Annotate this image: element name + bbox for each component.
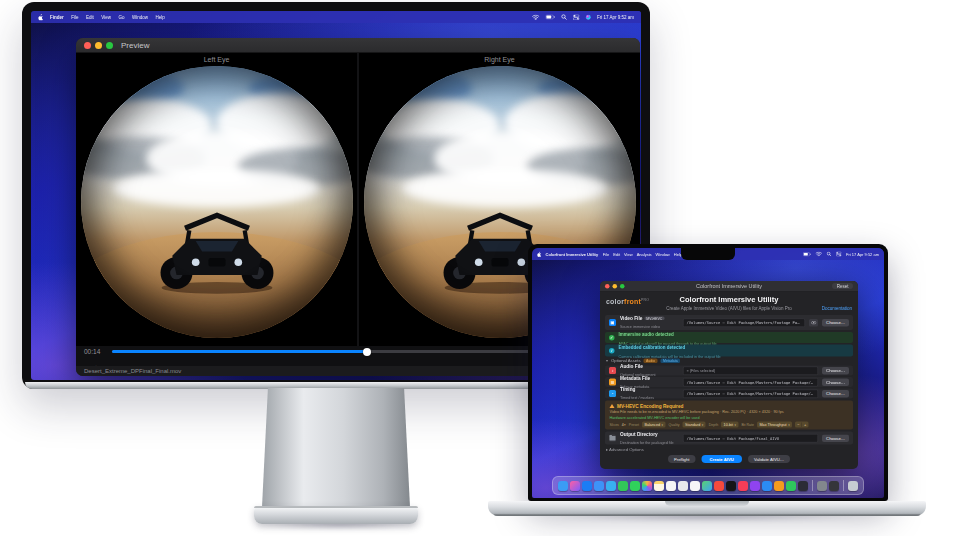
menu-window[interactable]: Window [656, 252, 670, 257]
preview-titlebar[interactable]: Preview [76, 38, 640, 53]
menu-go[interactable]: Go [118, 15, 124, 20]
dock-icon-reminders[interactable] [690, 481, 700, 491]
timing-file-row: ◔ Timing Timed text / markers /Volumes/S… [605, 389, 853, 399]
output-directory-row: Output Directory Destination for the pac… [605, 432, 853, 445]
menu-view[interactable]: View [101, 15, 111, 20]
output-sub: Destination for the packaged file [620, 440, 674, 445]
dock-icon-app-store[interactable] [582, 481, 592, 491]
progress-knob[interactable] [363, 348, 371, 356]
macbook-base [488, 501, 926, 516]
minimize-button[interactable] [95, 42, 102, 49]
timing-sub: Timed text / markers [620, 395, 654, 400]
dock-icon-safari[interactable] [606, 481, 616, 491]
battery-icon[interactable] [803, 252, 811, 257]
menu-file[interactable]: File [71, 15, 78, 20]
preview-eye-button[interactable] [809, 319, 818, 327]
preset-dropdown[interactable]: Balanced [642, 422, 666, 428]
encoding-panel: MV-HEVC Encoding Required Video File nee… [605, 401, 853, 430]
menu-view[interactable]: View [624, 252, 633, 257]
optional-metadata-badge: Metadata [660, 358, 680, 363]
metadata-choose-button[interactable]: Choose… [822, 378, 849, 386]
bitrate-stepper[interactable]: −+ [795, 422, 808, 428]
close-button[interactable] [84, 42, 91, 49]
dock-icon-contacts[interactable] [678, 481, 688, 491]
dock-icon-final-cut[interactable] [798, 481, 808, 491]
macbook-pro: Colorfront Immersive Utility File Edit V… [488, 244, 926, 528]
preflight-button[interactable]: Preflight [668, 455, 696, 463]
menu-window[interactable]: Window [132, 15, 148, 20]
warning-icon [610, 404, 615, 408]
dock-icon-trash[interactable] [848, 481, 858, 491]
apple-menu-icon[interactable] [537, 251, 542, 257]
dock-icon-pages[interactable] [774, 481, 784, 491]
menubar-clock[interactable]: Fri 17 Apr 9:52 am [846, 252, 879, 257]
dock-icon-maps[interactable] [702, 481, 712, 491]
zoom-button[interactable] [106, 42, 113, 49]
search-icon[interactable] [561, 14, 567, 20]
bitrate-dropdown[interactable]: Max Throughput [757, 422, 792, 428]
macbook-screen-shell: Colorfront Immersive Utility File Edit V… [528, 244, 888, 501]
reset-button[interactable]: Reset [832, 283, 853, 289]
app-heading: Colorfront Immersive Utility [600, 295, 858, 304]
menu-app-name[interactable]: Colorfront Immersive Utility [546, 252, 599, 257]
battery-icon[interactable] [545, 15, 555, 20]
dock-icon-news[interactable] [714, 481, 724, 491]
menu-edit[interactable]: Edit [86, 15, 94, 20]
advanced-options-toggle[interactable]: Advanced Options [606, 447, 644, 452]
menu-help[interactable]: Help [155, 15, 164, 20]
dock-icon-calendar[interactable] [666, 481, 676, 491]
menu-file[interactable]: File [603, 252, 609, 257]
depth-label: Depth [709, 423, 718, 427]
dock-icon-colorfront-utility[interactable] [829, 481, 839, 491]
dock-icon-notes[interactable] [654, 481, 664, 491]
dock-icon-facetime[interactable] [618, 481, 628, 491]
video-filename: Desert_Extreme_DPFinal_Final.mov [84, 368, 181, 374]
control-center-icon[interactable] [836, 252, 842, 257]
audio-choose-button[interactable]: Choose… [822, 367, 849, 375]
depth-dropdown[interactable]: 10-bit [721, 422, 738, 428]
search-icon[interactable] [827, 252, 832, 257]
audio-value-field[interactable]: (Files selected) [683, 366, 818, 375]
siri-icon[interactable] [585, 14, 591, 20]
menubar-clock[interactable]: Fri 17 Apr 9:52 am [597, 15, 634, 20]
metadata-file-icon: ☰ [609, 379, 616, 386]
dock-icon-music[interactable] [738, 481, 748, 491]
wifi-icon[interactable] [532, 14, 540, 20]
dock-icon-finder[interactable] [558, 481, 568, 491]
timing-path-field[interactable]: /Volumes/Source – Edit Package/Masters/F… [683, 389, 818, 398]
wifi-icon[interactable] [816, 252, 823, 257]
right-eye-label: Right Eye [359, 56, 640, 63]
control-center-icon[interactable] [573, 14, 580, 20]
folder-icon [609, 435, 616, 442]
left-eye-fisheye [81, 66, 353, 338]
video-choose-button[interactable]: Choose… [822, 319, 849, 327]
dock-icon-photos[interactable] [642, 481, 652, 491]
dock-icon-system-settings[interactable] [817, 481, 827, 491]
display-stand-neck [262, 388, 410, 507]
dock-icon-numbers[interactable] [786, 481, 796, 491]
create-aivu-button[interactable]: Create AIVU [702, 455, 742, 463]
dock-icon-tv[interactable] [726, 481, 736, 491]
dock[interactable] [552, 476, 864, 495]
dock-icon-podcasts[interactable] [750, 481, 760, 491]
video-path-field[interactable]: /Volumes/Source – Edit Package/Masters/F… [683, 318, 805, 327]
menu-edit[interactable]: Edit [613, 252, 620, 257]
timing-choose-button[interactable]: Choose… [822, 390, 849, 398]
colorfront-titlebar[interactable]: Colorfront Immersive Utility Reset [600, 281, 858, 292]
validate-aivu-button[interactable]: Validate AIVU… [748, 455, 790, 463]
documentation-link[interactable]: Documentation [822, 306, 852, 311]
menu-analysis[interactable]: Analysis [637, 252, 652, 257]
dock-icon-mail[interactable] [594, 481, 604, 491]
apple-menu-icon[interactable] [38, 14, 44, 21]
output-choose-button[interactable]: Choose… [822, 434, 849, 442]
dock-icon-messages[interactable] [630, 481, 640, 491]
dock-icon-siri[interactable] [570, 481, 580, 491]
output-path-field[interactable]: /Volumes/Source – Edit Package/Final_AIV… [683, 434, 818, 443]
display-stand-base [254, 506, 418, 524]
metadata-path-field[interactable]: /Volumes/Source – Edit Package/Masters/F… [683, 378, 818, 387]
quality-dropdown[interactable]: Standard [683, 422, 706, 428]
optional-assets-header[interactable]: Optional Assets Audio Metadata [606, 358, 680, 363]
dock-icon-keynote[interactable] [762, 481, 772, 491]
menu-finder[interactable]: Finder [50, 15, 64, 20]
encoding-sub: Video File needs to be re-encoded to MV-… [610, 410, 849, 415]
